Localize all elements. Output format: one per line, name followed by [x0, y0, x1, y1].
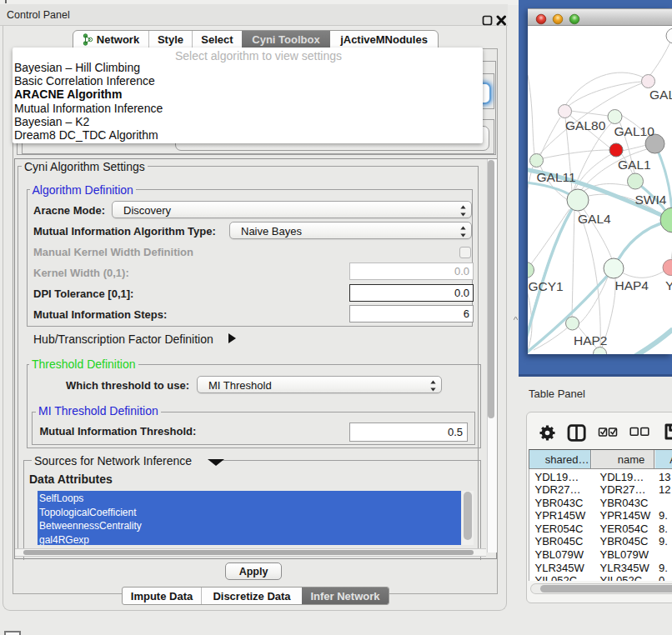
svg-text:GAL7: GAL7: [649, 88, 672, 102]
svg-text:GAL1: GAL1: [618, 158, 651, 172]
svg-text:GAL4: GAL4: [578, 212, 611, 226]
svg-text:GAL10: GAL10: [614, 124, 655, 138]
svg-text:GAL11: GAL11: [537, 170, 576, 184]
svg-text:GAL80: GAL80: [565, 118, 606, 132]
svg-text:Y: Y: [665, 278, 672, 292]
svg-text:SWI4: SWI4: [635, 192, 667, 207]
svg-text:HAP4: HAP4: [615, 278, 649, 292]
svg-text:HAP2: HAP2: [574, 333, 608, 348]
svg-text:GCY1: GCY1: [529, 279, 564, 293]
